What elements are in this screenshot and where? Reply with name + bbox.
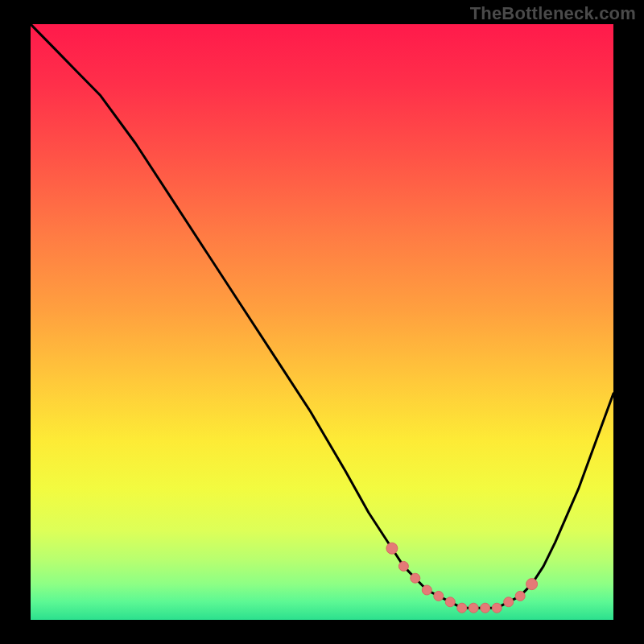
chart-frame: TheBottleneck.com [0,0,644,644]
curve-marker [515,591,525,601]
chart-svg [31,24,613,620]
curve-marker [434,591,444,601]
curve-marker [457,603,467,613]
curve-marker [504,597,514,607]
curve-marker [526,579,538,590]
curve-marker [445,597,455,607]
curve-marker [386,543,398,554]
watermark-text: TheBottleneck.com [470,3,636,24]
curve-marker [469,603,478,613]
curve-marker [481,603,490,613]
curve-marker [411,573,420,583]
marker-group [386,543,538,613]
curve-marker [492,603,502,613]
plot-area [31,24,613,620]
curve-marker [398,561,408,571]
curve-marker [422,585,431,595]
bottleneck-curve [31,24,613,608]
